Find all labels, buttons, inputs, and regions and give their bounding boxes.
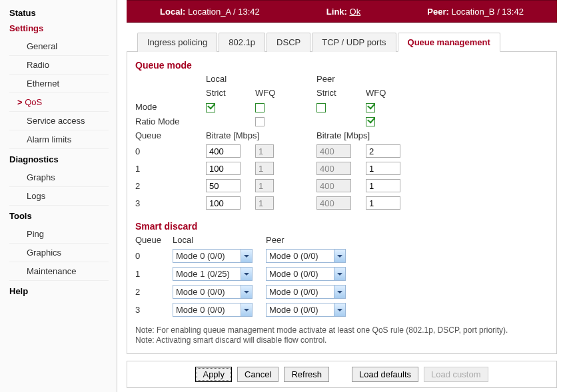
queue-id: 0	[135, 142, 206, 160]
select-sd-local-0[interactable]: Mode 0 (0/0)	[173, 249, 253, 263]
nav-item-ethernet[interactable]: Ethernet	[9, 75, 109, 93]
main-content: Local: Location_A / 13:42 Link: Ok Peer:…	[117, 0, 561, 392]
queue-id: 1	[135, 160, 206, 177]
nav-section-settings[interactable]: Settings	[9, 23, 109, 33]
input-local-ratio-2	[255, 179, 274, 192]
select-sd-peer-3[interactable]: Mode 0 (0/0)	[266, 303, 346, 317]
queue-mode-table: Local Peer Strict WFQ Strict WFQ Mode	[135, 72, 416, 212]
nav-item-graphics[interactable]: Graphics	[9, 244, 109, 262]
queue-row-3: 3	[135, 194, 416, 212]
nav-item-logs[interactable]: Logs	[9, 187, 109, 206]
tab-ingress-policing[interactable]: Ingress policing	[137, 33, 217, 52]
tab-bar: Ingress policing 802.1p DSCP TCP / UDP p…	[127, 32, 557, 52]
nav-item-ping[interactable]: Ping	[9, 225, 109, 244]
nav-item-general[interactable]: General	[9, 37, 109, 56]
input-peer-ratio-1[interactable]	[366, 162, 400, 175]
sd-row-0: 0 Mode 0 (0/0) Mode 0 (0/0)	[135, 247, 359, 265]
row-label-mode: Mode	[135, 100, 206, 114]
select-sd-peer-2[interactable]: Mode 0 (0/0)	[266, 285, 346, 299]
header-peer-wfq: WFQ	[366, 86, 416, 100]
checkbox-mode-peer-strict[interactable]	[316, 103, 326, 112]
sd-header-local: Local	[173, 233, 266, 247]
queue-row-1: 1	[135, 160, 416, 177]
load-defaults-button[interactable]: Load defaults	[352, 367, 418, 382]
input-local-ratio-0	[255, 144, 274, 158]
header-queue: Queue	[135, 128, 206, 142]
nav-item-service-access[interactable]: Service access	[9, 112, 109, 130]
header-local-strict: Strict	[206, 86, 255, 100]
checkbox-mode-local-strict[interactable]	[206, 103, 215, 112]
section-title-smart-discard: Smart discard	[135, 221, 548, 232]
input-peer-rate-1	[316, 162, 351, 175]
input-peer-rate-2	[316, 179, 351, 192]
queue-id: 3	[135, 194, 206, 212]
chevron-down-icon	[334, 303, 345, 316]
input-local-rate-0[interactable]	[206, 144, 241, 158]
checkbox-mode-peer-wfq[interactable]	[366, 103, 375, 112]
smart-discard-table: Queue Local Peer 0 Mode 0 (0/0) Mode 0 (…	[135, 233, 359, 319]
input-peer-ratio-2[interactable]	[366, 179, 400, 192]
chevron-down-icon	[334, 268, 345, 280]
sidebar: Status Settings General Radio Ethernet Q…	[0, 0, 117, 392]
sd-row-3: 3 Mode 0 (0/0) Mode 0 (0/0)	[135, 301, 359, 319]
header-bitrate-local: Bitrate [Mbps]	[206, 128, 306, 142]
nav-section-diagnostics[interactable]: Diagnostics	[9, 154, 109, 164]
nav-item-alarm-limits[interactable]: Alarm limits	[9, 130, 109, 149]
sd-header-queue: Queue	[135, 233, 173, 247]
nav-section-status[interactable]: Status	[9, 8, 109, 18]
queue-row-2: 2	[135, 177, 416, 194]
header-peer-strict: Strict	[316, 86, 366, 100]
nav-item-maintenance[interactable]: Maintenance	[9, 262, 109, 281]
notes: Note: For enabling queue management mode…	[135, 325, 548, 345]
queue-management-panel: Queue mode Local Peer Strict WFQ Strict	[127, 52, 557, 354]
input-peer-rate-3	[316, 196, 351, 210]
sd-header-peer: Peer	[266, 233, 359, 247]
select-sd-peer-0[interactable]: Mode 0 (0/0)	[266, 249, 346, 263]
input-peer-ratio-3[interactable]	[366, 196, 400, 210]
select-sd-peer-1[interactable]: Mode 0 (0/0)	[266, 267, 346, 281]
sd-queue-id: 0	[135, 247, 173, 265]
note-line-2: Note: Activating smart discard will disa…	[135, 335, 326, 345]
input-local-rate-3[interactable]	[206, 196, 241, 210]
header-peer: Peer	[316, 72, 366, 86]
nav-item-radio[interactable]: Radio	[9, 56, 109, 75]
header-local: Local	[206, 72, 255, 86]
select-sd-local-1[interactable]: Mode 1 (0/25)	[173, 267, 253, 281]
nav-item-qos[interactable]: QoS	[9, 93, 109, 112]
queue-id: 2	[135, 177, 206, 194]
refresh-button[interactable]: Refresh	[284, 367, 329, 382]
header-bitrate-peer: Bitrate [Mbps]	[316, 128, 416, 142]
apply-button[interactable]: Apply	[195, 367, 232, 382]
nav-section-tools[interactable]: Tools	[9, 211, 109, 221]
input-peer-rate-0	[316, 144, 351, 158]
note-line-1: Note: For enabling queue management mode…	[135, 325, 508, 335]
link-status-link[interactable]: Ok	[350, 7, 361, 17]
sd-queue-id: 1	[135, 265, 173, 283]
header-local-wfq: WFQ	[255, 86, 306, 100]
checkbox-ratio-local-wfq[interactable]	[255, 117, 265, 126]
tab-tcp-udp-ports[interactable]: TCP / UDP ports	[312, 33, 396, 52]
tab-dscp[interactable]: DSCP	[267, 33, 310, 52]
sd-row-1: 1 Mode 1 (0/25) Mode 0 (0/0)	[135, 265, 359, 283]
section-title-queue-mode: Queue mode	[135, 60, 548, 71]
tab-8021p[interactable]: 802.1p	[219, 33, 265, 52]
row-label-ratio-mode: Ratio Mode	[135, 114, 206, 129]
input-peer-ratio-0[interactable]	[366, 144, 400, 158]
select-sd-local-3[interactable]: Mode 0 (0/0)	[173, 303, 253, 317]
input-local-ratio-3	[255, 196, 274, 210]
status-link: Link: Ok	[326, 7, 360, 17]
input-local-rate-1[interactable]	[206, 162, 241, 175]
sd-row-2: 2 Mode 0 (0/0) Mode 0 (0/0)	[135, 283, 359, 301]
nav-section-help[interactable]: Help	[9, 286, 109, 296]
tab-queue-management[interactable]: Queue management	[398, 33, 500, 52]
input-local-rate-2[interactable]	[206, 179, 241, 192]
status-local: Local: Location_A / 13:42	[160, 7, 260, 17]
chevron-down-icon	[241, 303, 252, 316]
checkbox-mode-local-wfq[interactable]	[255, 103, 265, 112]
select-sd-local-2[interactable]: Mode 0 (0/0)	[173, 285, 253, 299]
nav-item-graphs[interactable]: Graphs	[9, 168, 109, 187]
checkbox-ratio-peer-wfq[interactable]	[366, 117, 375, 126]
cancel-button[interactable]: Cancel	[237, 367, 279, 382]
queue-row-0: 0	[135, 142, 416, 160]
chevron-down-icon	[334, 250, 345, 262]
